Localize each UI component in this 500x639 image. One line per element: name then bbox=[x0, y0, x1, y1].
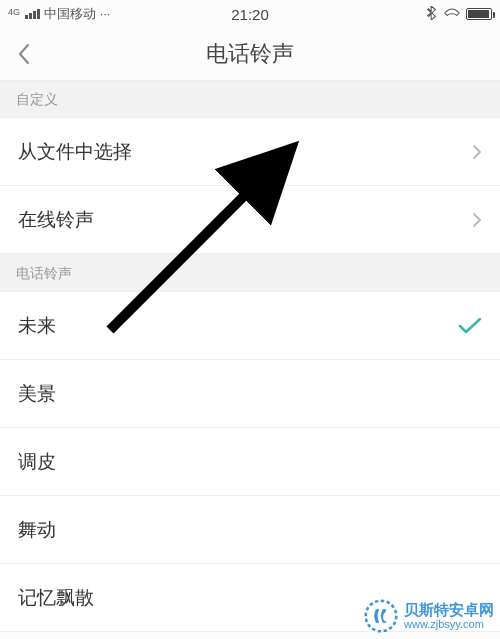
nav-header: 电话铃声 bbox=[0, 28, 500, 80]
list-item-label: 舞动 bbox=[18, 517, 56, 543]
back-button[interactable] bbox=[0, 28, 48, 80]
watermark: 贝斯特安卓网 www.zjbsyy.com bbox=[364, 599, 494, 633]
watermark-text: 贝斯特安卓网 www.zjbsyy.com bbox=[404, 602, 494, 631]
bluetooth-icon bbox=[426, 6, 438, 23]
chevron-left-icon bbox=[17, 43, 31, 65]
list-item-label: 未来 bbox=[18, 313, 56, 339]
checkmark-icon bbox=[458, 317, 482, 335]
list-item-ringtone-beauty[interactable]: 美景 bbox=[0, 360, 500, 428]
status-time: 21:20 bbox=[231, 6, 269, 23]
list-item-label: 调皮 bbox=[18, 449, 56, 475]
page-title: 电话铃声 bbox=[206, 39, 294, 69]
list-item-label: 记忆飘散 bbox=[18, 585, 94, 611]
list-item-ringtone-future[interactable]: 未来 bbox=[0, 292, 500, 360]
chevron-right-icon bbox=[472, 212, 482, 228]
battery-icon bbox=[466, 8, 492, 20]
list-item-ringtone-dance[interactable]: 舞动 bbox=[0, 496, 500, 564]
status-left: 4G 中国移动 ··· bbox=[8, 5, 110, 23]
list-item-ringtone-naughty[interactable]: 调皮 bbox=[0, 428, 500, 496]
list-item-from-file[interactable]: 从文件中选择 bbox=[0, 118, 500, 186]
list-item-label: 在线铃声 bbox=[18, 207, 94, 233]
list-item-online-ringtones[interactable]: 在线铃声 bbox=[0, 186, 500, 254]
watermark-title: 贝斯特安卓网 bbox=[404, 602, 494, 619]
status-bar: 4G 中国移动 ··· 21:20 bbox=[0, 0, 500, 28]
network-type-label: 4G bbox=[8, 7, 20, 17]
section-header-custom: 自定义 bbox=[0, 80, 500, 118]
signal-icon bbox=[25, 9, 40, 19]
status-right bbox=[426, 6, 492, 23]
section-header-ringtones: 电话铃声 bbox=[0, 254, 500, 292]
list-item-label: 美景 bbox=[18, 381, 56, 407]
chevron-right-icon bbox=[472, 144, 482, 160]
watermark-url: www.zjbsyy.com bbox=[404, 618, 494, 630]
call-icon bbox=[444, 6, 460, 23]
carrier-label: 中国移动 ··· bbox=[44, 5, 110, 23]
list-item-label: 从文件中选择 bbox=[18, 139, 132, 165]
watermark-logo-icon bbox=[364, 599, 398, 633]
